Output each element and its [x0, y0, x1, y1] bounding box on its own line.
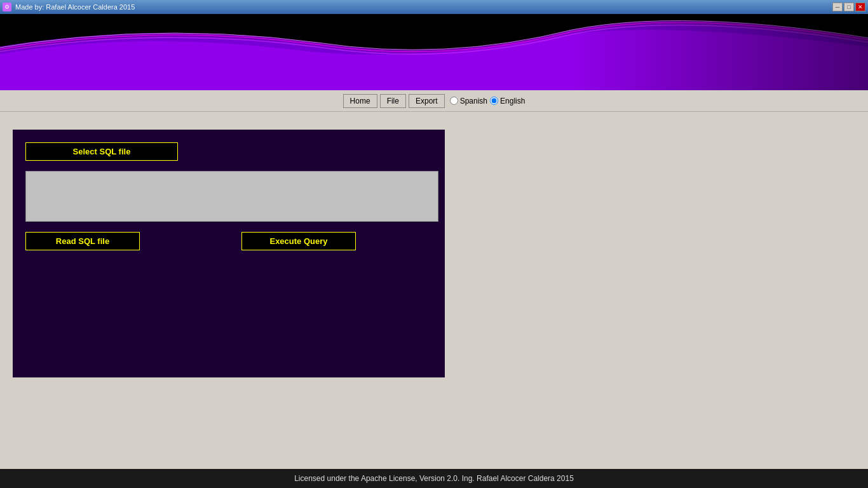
spanish-radio-label[interactable]: Spanish — [450, 97, 487, 105]
svg-rect-1 — [572, 14, 868, 90]
header-banner — [0, 14, 868, 90]
menu-bar: Home File Export Spanish English — [0, 90, 868, 112]
maximize-button[interactable]: □ — [844, 3, 854, 11]
title-bar: ⚙ Made by: Rafael Alcocer Caldera 2015 ─… — [0, 0, 868, 14]
export-button[interactable]: Export — [409, 94, 445, 108]
english-radio-label[interactable]: English — [490, 97, 525, 105]
execute-query-button[interactable]: Execute Query — [241, 232, 356, 250]
english-radio[interactable] — [490, 97, 498, 105]
bottom-buttons: Read SQL file Execute Query — [25, 232, 432, 250]
footer-text: Licensed under the Apache License, Versi… — [294, 474, 574, 483]
select-sql-button[interactable]: Select SQL file — [25, 142, 178, 161]
minimize-button[interactable]: ─ — [832, 3, 843, 11]
close-button[interactable]: ✕ — [855, 3, 865, 11]
app-icon: ⚙ — [3, 3, 11, 11]
window-title: Made by: Rafael Alcocer Caldera 2015 — [15, 3, 135, 11]
spanish-radio[interactable] — [450, 97, 458, 105]
home-button[interactable]: Home — [343, 94, 377, 108]
language-group: Spanish English — [450, 97, 526, 105]
english-label: English — [500, 97, 525, 105]
read-sql-button[interactable]: Read SQL file — [25, 232, 140, 250]
spanish-label: Spanish — [460, 97, 487, 105]
main-content: Select SQL file Read SQL file Execute Qu… — [0, 112, 868, 469]
file-button[interactable]: File — [380, 94, 406, 108]
sql-textarea[interactable] — [25, 171, 438, 222]
sql-panel: Select SQL file Read SQL file Execute Qu… — [13, 130, 445, 377]
footer: Licensed under the Apache License, Versi… — [0, 469, 868, 488]
window-controls: ─ □ ✕ — [832, 3, 865, 11]
